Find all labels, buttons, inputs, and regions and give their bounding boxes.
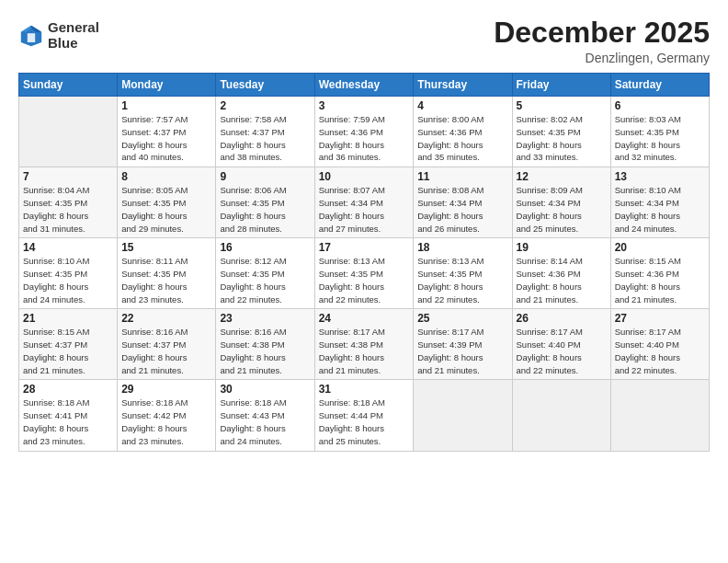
day-number: 26 (517, 312, 607, 325)
calendar-cell: 21Sunrise: 8:15 AM Sunset: 4:37 PM Dayli… (19, 309, 118, 380)
weekday-header: Friday (512, 74, 610, 97)
svg-rect-3 (28, 33, 35, 42)
day-info: Sunrise: 8:18 AM Sunset: 4:41 PM Dayligh… (23, 396, 113, 447)
calendar-cell: 4Sunrise: 8:00 AM Sunset: 4:36 PM Daylig… (414, 97, 512, 167)
logo-text: General Blue (48, 20, 99, 51)
calendar-cell: 10Sunrise: 8:07 AM Sunset: 4:34 PM Dayli… (314, 167, 414, 238)
day-number: 6 (615, 99, 705, 112)
day-number: 28 (23, 383, 113, 396)
day-number: 10 (319, 170, 410, 183)
day-info: Sunrise: 8:17 AM Sunset: 4:39 PM Dayligh… (417, 326, 507, 376)
calendar-cell: 28Sunrise: 8:18 AM Sunset: 4:41 PM Dayli… (19, 380, 118, 451)
day-number: 11 (417, 170, 507, 183)
day-info: Sunrise: 8:15 AM Sunset: 4:37 PM Dayligh… (23, 326, 113, 376)
calendar-cell: 31Sunrise: 8:18 AM Sunset: 4:44 PM Dayli… (314, 380, 414, 451)
calendar-cell: 3Sunrise: 7:59 AM Sunset: 4:36 PM Daylig… (314, 97, 414, 167)
logo-icon (18, 23, 44, 49)
day-number: 27 (615, 312, 705, 325)
calendar-cell: 18Sunrise: 8:13 AM Sunset: 4:35 PM Dayli… (414, 238, 512, 309)
calendar-cell (414, 380, 512, 451)
calendar-cell: 12Sunrise: 8:09 AM Sunset: 4:34 PM Dayli… (512, 167, 610, 238)
day-number: 17 (319, 241, 410, 254)
day-number: 8 (121, 170, 211, 183)
calendar-cell: 22Sunrise: 8:16 AM Sunset: 4:37 PM Dayli… (118, 309, 216, 380)
calendar-cell: 2Sunrise: 7:58 AM Sunset: 4:37 PM Daylig… (216, 97, 314, 167)
header: General Blue December 2025 Denzlingen, G… (18, 17, 710, 65)
weekday-header: Saturday (610, 74, 709, 97)
calendar-cell: 15Sunrise: 8:11 AM Sunset: 4:35 PM Dayli… (118, 238, 216, 309)
day-info: Sunrise: 8:13 AM Sunset: 4:35 PM Dayligh… (319, 255, 410, 305)
day-number: 25 (417, 312, 507, 325)
day-info: Sunrise: 8:00 AM Sunset: 4:36 PM Dayligh… (417, 113, 507, 164)
day-info: Sunrise: 8:06 AM Sunset: 4:35 PM Dayligh… (220, 184, 310, 235)
day-info: Sunrise: 8:09 AM Sunset: 4:34 PM Dayligh… (517, 184, 607, 235)
day-info: Sunrise: 8:15 AM Sunset: 4:36 PM Dayligh… (615, 255, 705, 305)
day-number: 18 (417, 241, 507, 254)
calendar-cell: 1Sunrise: 7:57 AM Sunset: 4:37 PM Daylig… (118, 97, 216, 167)
day-number: 13 (615, 170, 705, 183)
day-info: Sunrise: 8:18 AM Sunset: 4:42 PM Dayligh… (121, 396, 211, 447)
day-info: Sunrise: 8:14 AM Sunset: 4:36 PM Dayligh… (517, 255, 607, 305)
page: General Blue December 2025 Denzlingen, G… (0, 0, 728, 563)
day-info: Sunrise: 8:02 AM Sunset: 4:35 PM Dayligh… (517, 113, 607, 164)
month-title: December 2025 (494, 17, 710, 49)
calendar-cell: 11Sunrise: 8:08 AM Sunset: 4:34 PM Dayli… (414, 167, 512, 238)
day-info: Sunrise: 8:17 AM Sunset: 4:40 PM Dayligh… (517, 326, 607, 376)
weekday-header: Monday (118, 74, 216, 97)
day-info: Sunrise: 8:18 AM Sunset: 4:43 PM Dayligh… (220, 396, 310, 447)
calendar-cell: 20Sunrise: 8:15 AM Sunset: 4:36 PM Dayli… (610, 238, 709, 309)
calendar-cell: 30Sunrise: 8:18 AM Sunset: 4:43 PM Dayli… (216, 380, 314, 451)
day-number: 30 (220, 383, 310, 396)
day-info: Sunrise: 8:07 AM Sunset: 4:34 PM Dayligh… (319, 184, 410, 235)
day-number: 21 (23, 312, 113, 325)
logo-line2: Blue (48, 36, 99, 52)
calendar-cell: 13Sunrise: 8:10 AM Sunset: 4:34 PM Dayli… (610, 167, 709, 238)
day-info: Sunrise: 8:18 AM Sunset: 4:44 PM Dayligh… (319, 396, 410, 447)
weekday-header: Tuesday (216, 74, 314, 97)
title-block: December 2025 Denzlingen, Germany (494, 17, 710, 65)
day-number: 4 (417, 99, 507, 112)
calendar-cell (512, 380, 610, 451)
day-info: Sunrise: 8:03 AM Sunset: 4:35 PM Dayligh… (615, 113, 705, 164)
calendar-cell: 23Sunrise: 8:16 AM Sunset: 4:38 PM Dayli… (216, 309, 314, 380)
calendar-cell: 7Sunrise: 8:04 AM Sunset: 4:35 PM Daylig… (19, 167, 118, 238)
calendar-cell (610, 380, 709, 451)
calendar-cell: 24Sunrise: 8:17 AM Sunset: 4:38 PM Dayli… (314, 309, 414, 380)
calendar-cell: 6Sunrise: 8:03 AM Sunset: 4:35 PM Daylig… (610, 97, 709, 167)
calendar-cell: 27Sunrise: 8:17 AM Sunset: 4:40 PM Dayli… (610, 309, 709, 380)
day-number: 22 (121, 312, 211, 325)
calendar-cell: 29Sunrise: 8:18 AM Sunset: 4:42 PM Dayli… (118, 380, 216, 451)
day-number: 5 (517, 99, 607, 112)
day-info: Sunrise: 8:12 AM Sunset: 4:35 PM Dayligh… (220, 255, 310, 305)
day-info: Sunrise: 8:11 AM Sunset: 4:35 PM Dayligh… (121, 255, 211, 305)
day-info: Sunrise: 7:58 AM Sunset: 4:37 PM Dayligh… (220, 113, 310, 164)
day-info: Sunrise: 8:10 AM Sunset: 4:34 PM Dayligh… (615, 184, 705, 235)
day-info: Sunrise: 8:16 AM Sunset: 4:38 PM Dayligh… (220, 326, 310, 376)
logo: General Blue (18, 20, 99, 51)
weekday-header: Sunday (19, 74, 118, 97)
day-number: 24 (319, 312, 410, 325)
day-number: 23 (220, 312, 310, 325)
day-info: Sunrise: 8:10 AM Sunset: 4:35 PM Dayligh… (23, 255, 113, 305)
calendar-cell: 25Sunrise: 8:17 AM Sunset: 4:39 PM Dayli… (414, 309, 512, 380)
location: Denzlingen, Germany (494, 51, 710, 65)
day-info: Sunrise: 8:08 AM Sunset: 4:34 PM Dayligh… (417, 184, 507, 235)
day-number: 9 (220, 170, 310, 183)
calendar: SundayMondayTuesdayWednesdayThursdayFrid… (18, 73, 710, 451)
day-info: Sunrise: 8:04 AM Sunset: 4:35 PM Dayligh… (23, 184, 113, 235)
calendar-cell: 26Sunrise: 8:17 AM Sunset: 4:40 PM Dayli… (512, 309, 610, 380)
day-number: 29 (121, 383, 211, 396)
calendar-cell: 17Sunrise: 8:13 AM Sunset: 4:35 PM Dayli… (314, 238, 414, 309)
day-number: 15 (121, 241, 211, 254)
day-info: Sunrise: 7:59 AM Sunset: 4:36 PM Dayligh… (319, 113, 410, 164)
day-number: 20 (615, 241, 705, 254)
day-number: 19 (517, 241, 607, 254)
calendar-cell: 14Sunrise: 8:10 AM Sunset: 4:35 PM Dayli… (19, 238, 118, 309)
weekday-header: Thursday (414, 74, 512, 97)
calendar-cell: 9Sunrise: 8:06 AM Sunset: 4:35 PM Daylig… (216, 167, 314, 238)
calendar-cell: 8Sunrise: 8:05 AM Sunset: 4:35 PM Daylig… (118, 167, 216, 238)
day-info: Sunrise: 8:16 AM Sunset: 4:37 PM Dayligh… (121, 326, 211, 376)
day-number: 31 (319, 383, 410, 396)
day-info: Sunrise: 8:17 AM Sunset: 4:38 PM Dayligh… (319, 326, 410, 376)
day-info: Sunrise: 7:57 AM Sunset: 4:37 PM Dayligh… (121, 113, 211, 164)
